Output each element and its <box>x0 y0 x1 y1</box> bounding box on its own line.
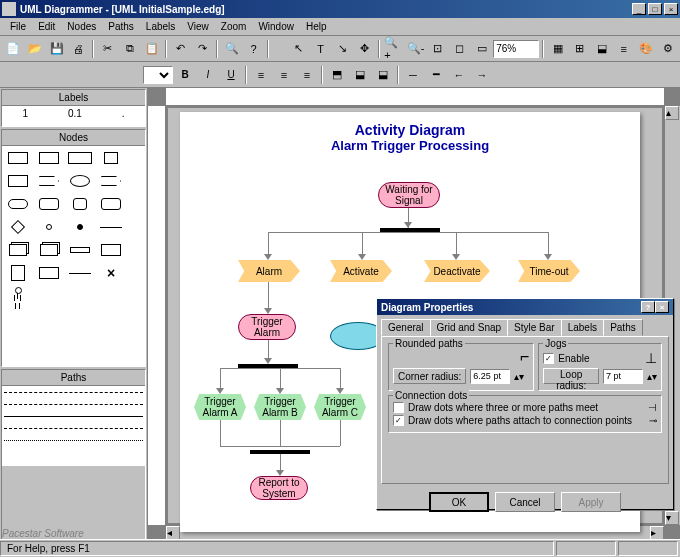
shape-rect[interactable] <box>35 148 63 168</box>
label-item[interactable]: 0.1 <box>68 108 82 119</box>
align-center-button[interactable]: ≡ <box>273 65 295 85</box>
shape-rect[interactable] <box>4 263 32 283</box>
shape-rect[interactable] <box>4 171 32 191</box>
shape-arrow[interactable] <box>97 171 125 191</box>
line-weight-button[interactable]: ━ <box>425 65 447 85</box>
labels-panel-header[interactable]: Labels <box>2 90 145 106</box>
loop-radius-input[interactable] <box>603 369 643 384</box>
menu-nodes[interactable]: Nodes <box>61 19 102 34</box>
italic-button[interactable]: I <box>197 65 219 85</box>
zoom-region-button[interactable]: ◻ <box>449 39 470 59</box>
ok-button[interactable]: OK <box>429 492 489 512</box>
menu-view[interactable]: View <box>181 19 215 34</box>
open-button[interactable]: 📂 <box>24 39 45 59</box>
shape-rect[interactable] <box>97 148 125 168</box>
layers-button[interactable]: ≡ <box>613 39 634 59</box>
scroll-right-button[interactable]: ▸ <box>650 526 664 540</box>
node-activate[interactable]: Activate <box>330 260 392 282</box>
label-item[interactable]: . <box>122 108 125 119</box>
zoom-in-button[interactable]: 🔍+ <box>383 39 404 59</box>
shape-rect[interactable] <box>97 240 125 260</box>
zoom-out-button[interactable]: 🔍- <box>405 39 426 59</box>
shape-box3d[interactable] <box>4 240 32 260</box>
font-size-combo[interactable] <box>143 66 173 84</box>
loop-radius-button[interactable]: Loop radius: <box>543 368 599 384</box>
shape-line[interactable] <box>66 263 94 283</box>
move-tool[interactable]: ✥ <box>354 39 375 59</box>
underline-button[interactable]: U <box>220 65 242 85</box>
connect-tool[interactable]: ↘ <box>332 39 353 59</box>
paste-button[interactable]: 📋 <box>141 39 162 59</box>
menu-paths[interactable]: Paths <box>102 19 140 34</box>
shape-arrow[interactable] <box>35 171 63 191</box>
tab-general[interactable]: General <box>381 319 431 336</box>
corner-radius-input[interactable] <box>470 369 510 384</box>
node-report[interactable]: Report to System <box>250 476 308 500</box>
menu-labels[interactable]: Labels <box>140 19 181 34</box>
arrow-end-button[interactable]: → <box>471 65 493 85</box>
conn-dots-attach-checkbox[interactable]: ✓ <box>393 415 404 426</box>
spinner-icon[interactable]: ▴▾ <box>514 371 524 382</box>
menu-file[interactable]: File <box>4 19 32 34</box>
paths-panel-header[interactable]: Paths <box>2 370 145 386</box>
minimize-button[interactable]: _ <box>632 3 646 15</box>
tab-grid-snap[interactable]: Grid and Snap <box>430 319 509 336</box>
node-deactivate[interactable]: Deactivate <box>424 260 490 282</box>
scroll-left-button[interactable]: ◂ <box>166 526 180 540</box>
shape-actor[interactable] <box>4 286 32 306</box>
arrow-start-button[interactable]: ← <box>448 65 470 85</box>
shape-rrect[interactable] <box>66 194 94 214</box>
undo-button[interactable]: ↶ <box>170 39 191 59</box>
valign-mid-button[interactable]: ⬓ <box>349 65 371 85</box>
nodes-panel-header[interactable]: Nodes <box>2 130 145 146</box>
close-button[interactable]: × <box>664 3 678 15</box>
help-button[interactable]: ? <box>243 39 264 59</box>
cancel-button[interactable]: Cancel <box>495 492 555 512</box>
zoom-fit-button[interactable]: ⊡ <box>427 39 448 59</box>
shape-x[interactable]: × <box>97 263 125 283</box>
find-button[interactable]: 🔍 <box>221 39 242 59</box>
maximize-button[interactable]: □ <box>648 3 662 15</box>
dialog-help-button[interactable]: ? <box>641 301 655 313</box>
path-style[interactable] <box>4 392 143 393</box>
shape-dot[interactable] <box>66 217 94 237</box>
save-button[interactable]: 💾 <box>46 39 67 59</box>
scroll-up-button[interactable]: ▴ <box>665 106 679 120</box>
spinner-icon[interactable]: ▴▾ <box>647 371 657 382</box>
shape-line[interactable] <box>97 217 125 237</box>
bold-button[interactable]: B <box>174 65 196 85</box>
zoom-combo[interactable] <box>493 40 539 58</box>
line-style-button[interactable]: ─ <box>402 65 424 85</box>
dialog-close-button[interactable]: × <box>655 301 669 313</box>
copy-button[interactable]: ⧉ <box>119 39 140 59</box>
conn-dots-meet-checkbox[interactable] <box>393 402 404 413</box>
cut-button[interactable]: ✂ <box>97 39 118 59</box>
apply-button[interactable]: Apply <box>561 492 621 512</box>
redo-button[interactable]: ↷ <box>192 39 213 59</box>
tab-paths[interactable]: Paths <box>603 319 643 336</box>
print-button[interactable]: 🖨 <box>68 39 89 59</box>
menu-window[interactable]: Window <box>252 19 300 34</box>
valign-bot-button[interactable]: ⬓ <box>372 65 394 85</box>
color-button[interactable]: 🎨 <box>635 39 656 59</box>
shape-small-circle[interactable] <box>35 217 63 237</box>
tab-style-bar[interactable]: Style Bar <box>507 319 562 336</box>
grid-button[interactable]: ▦ <box>547 39 568 59</box>
node-trigger-b[interactable]: Trigger Alarm B <box>254 394 306 420</box>
shape-pill[interactable] <box>4 194 32 214</box>
shape-diamond[interactable] <box>4 217 32 237</box>
zoom-page-button[interactable]: ▭ <box>471 39 492 59</box>
pointer-tool[interactable]: ↖ <box>288 39 309 59</box>
shape-rect[interactable] <box>66 148 94 168</box>
properties-button[interactable]: ⚙ <box>657 39 678 59</box>
label-item[interactable]: 1 <box>22 108 28 119</box>
shape-rect[interactable] <box>4 148 32 168</box>
shape-ellipse[interactable] <box>66 171 94 191</box>
tab-labels[interactable]: Labels <box>561 319 604 336</box>
layout-button[interactable]: ⬓ <box>591 39 612 59</box>
corner-radius-button[interactable]: Corner radius: <box>393 368 466 384</box>
menu-help[interactable]: Help <box>300 19 333 34</box>
node-timeout[interactable]: Time-out <box>518 260 580 282</box>
snap-button[interactable]: ⊞ <box>569 39 590 59</box>
valign-top-button[interactable]: ⬒ <box>326 65 348 85</box>
